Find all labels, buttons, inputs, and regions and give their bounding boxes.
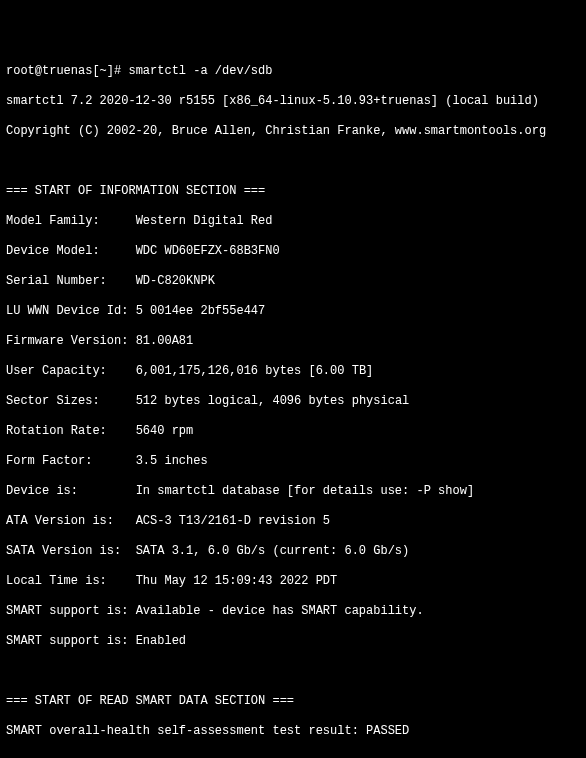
info-form: Form Factor: 3.5 inches (6, 454, 580, 469)
prompt-cwd: [~] (92, 64, 114, 78)
blank-line (6, 754, 580, 758)
info-rotation: Rotation Rate: 5640 rpm (6, 424, 580, 439)
prompt-user-host: root@truenas (6, 64, 92, 78)
smartctl-version: smartctl 7.2 2020-12-30 r5155 [x86_64-li… (6, 94, 580, 109)
info-serial: Serial Number: WD-C820KNPK (6, 274, 580, 289)
info-ata: ATA Version is: ACS-3 T13/2161-D revisio… (6, 514, 580, 529)
info-support1: SMART support is: Available - device has… (6, 604, 580, 619)
blank-line (6, 154, 580, 169)
command-input[interactable]: smartctl -a /dev/sdb (128, 64, 272, 78)
info-section-title: === START OF INFORMATION SECTION === (6, 184, 580, 199)
smartctl-copyright: Copyright (C) 2002-20, Bruce Allen, Chri… (6, 124, 580, 139)
info-support2: SMART support is: Enabled (6, 634, 580, 649)
info-device-model: Device Model: WDC WD60EFZX-68B3FN0 (6, 244, 580, 259)
smart-health: SMART overall-health self-assessment tes… (6, 724, 580, 739)
info-device-is: Device is: In smartctl database [for det… (6, 484, 580, 499)
info-wwn: LU WWN Device Id: 5 0014ee 2bf55e447 (6, 304, 580, 319)
info-sata: SATA Version is: SATA 3.1, 6.0 Gb/s (cur… (6, 544, 580, 559)
info-time: Local Time is: Thu May 12 15:09:43 2022 … (6, 574, 580, 589)
info-firmware: Firmware Version: 81.00A81 (6, 334, 580, 349)
shell-prompt-line: root@truenas[~]# smartctl -a /dev/sdb (6, 64, 580, 79)
info-capacity: User Capacity: 6,001,175,126,016 bytes [… (6, 364, 580, 379)
blank-line (6, 664, 580, 679)
info-model-family: Model Family: Western Digital Red (6, 214, 580, 229)
smart-section-title: === START OF READ SMART DATA SECTION === (6, 694, 580, 709)
info-sector: Sector Sizes: 512 bytes logical, 4096 by… (6, 394, 580, 409)
prompt-symbol: # (114, 64, 121, 78)
